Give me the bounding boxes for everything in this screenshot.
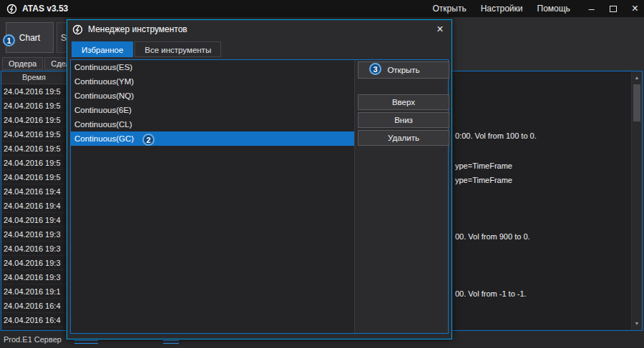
table-row[interactable]: 24.04.2016 19:4 xyxy=(1,199,67,213)
minimize-button[interactable]: – xyxy=(589,4,595,14)
instrument-item[interactable]: Continuous(NQ) xyxy=(71,89,354,103)
table-row[interactable]: 24.04.2016 19:3 xyxy=(1,242,67,256)
titlebar-menu: Открыть Настройки Помощь xyxy=(433,4,570,14)
dialog-title: Менеджер инструментов xyxy=(88,24,187,34)
instrument-item[interactable]: Continuous(YM) xyxy=(71,74,354,89)
instrument-manager-dialog: Менеджер инструментов × Избранное Все ин… xyxy=(67,19,452,339)
menu-open[interactable]: Открыть xyxy=(433,4,467,14)
log-line: ype=TimeFrame xyxy=(455,161,512,171)
maximize-icon xyxy=(610,6,617,12)
menu-help[interactable]: Помощь xyxy=(537,4,570,14)
table-row[interactable]: 24.04.2016 16:4 xyxy=(1,299,67,313)
log-line: 00. Vol from 900 to 0. xyxy=(455,232,530,242)
instrument-item[interactable]: Continuous(GC) xyxy=(71,131,354,146)
table-row[interactable]: 24.04.2016 19:5 xyxy=(1,127,67,141)
vertical-scrollbar[interactable]: ▲ ▼ xyxy=(631,71,642,330)
instrument-item[interactable]: Continuous(6E) xyxy=(71,103,354,117)
time-column-header[interactable]: Время xyxy=(1,71,67,84)
dialog-tabs: Избранное Все инструменты xyxy=(72,41,221,57)
scroll-thumb[interactable] xyxy=(633,84,640,121)
scroll-down-icon[interactable]: ▼ xyxy=(632,319,642,329)
panel-tabs: Ордера Сдел xyxy=(2,57,77,70)
log-line: 00. Vol from -1 to -1. xyxy=(455,289,527,299)
instrument-item[interactable]: Continuous(ES) xyxy=(71,60,354,74)
scroll-up-icon[interactable]: ▲ xyxy=(632,73,642,83)
close-button[interactable]: × xyxy=(632,4,638,14)
instrument-list: Continuous(ES)Continuous(YM)Continuous(N… xyxy=(71,60,355,333)
app-title: ATAS v3.53 xyxy=(22,4,68,14)
move-down-button[interactable]: Вниз xyxy=(358,112,449,128)
table-row[interactable]: 24.04.2016 19:3 xyxy=(1,256,67,270)
tab-partial-label: S xyxy=(61,33,67,43)
table-row[interactable]: 24.04.2016 19:4 xyxy=(1,184,67,199)
annotation-badge-2: 2 xyxy=(142,134,155,146)
tab-favorites[interactable]: Избранное xyxy=(72,41,133,57)
menu-settings[interactable]: Настройки xyxy=(481,4,523,14)
move-up-button[interactable]: Вверх xyxy=(358,94,449,110)
dialog-close-button[interactable]: × xyxy=(433,23,447,36)
annotation-badge-1: 1 xyxy=(3,34,15,46)
tab-orders[interactable]: Ордера xyxy=(2,57,43,70)
app-window: ATAS v3.53 Открыть Настройки Помощь – × … xyxy=(0,0,644,348)
delete-button[interactable]: Удалить xyxy=(358,130,449,146)
table-row[interactable]: 24.04.2016 19:5 xyxy=(1,99,67,113)
window-controls: – × xyxy=(589,4,638,14)
table-row[interactable]: 24.04.2016 19:5 xyxy=(1,156,67,170)
table-row[interactable]: 24.04.2016 19:1 xyxy=(1,284,67,299)
tab-chart-label: Chart xyxy=(19,33,40,43)
table-row[interactable]: 24.04.2016 19:5 xyxy=(1,113,67,127)
titlebar: ATAS v3.53 Открыть Настройки Помощь – × xyxy=(0,0,644,17)
maximize-button[interactable] xyxy=(610,4,617,14)
table-row[interactable]: 24.04.2016 19:5 xyxy=(1,170,67,184)
table-row[interactable]: 24.04.2016 16:4 xyxy=(1,313,67,327)
table-row[interactable]: 24.04.2016 19:3 xyxy=(1,270,67,284)
server-label: Prod.E1 Сервер xyxy=(4,335,62,344)
table-row[interactable]: 24.04.2016 19:4 xyxy=(1,213,67,227)
atas-logo-icon xyxy=(6,3,17,14)
table-row[interactable]: 24.04.2016 19:5 xyxy=(1,84,67,99)
dialog-content: Continuous(ES)Continuous(YM)Continuous(N… xyxy=(70,59,449,334)
log-line: 0:00. Vol from 100 to 0. xyxy=(455,131,537,141)
table-row[interactable]: 24.04.2016 19:5 xyxy=(1,141,67,156)
time-rows: 24.04.2016 19:524.04.2016 19:524.04.2016… xyxy=(1,84,67,327)
annotation-badge-3: 3 xyxy=(369,63,381,75)
dialog-titlebar[interactable]: Менеджер инструментов × xyxy=(67,20,452,39)
table-row[interactable]: 24.04.2016 19:3 xyxy=(1,227,67,242)
tab-all-instruments[interactable]: Все инструменты xyxy=(135,41,221,57)
instrument-item[interactable]: Continuous(CL) xyxy=(71,117,354,131)
log-line: ype=TimeFrame xyxy=(455,176,512,186)
atas-logo-icon xyxy=(72,24,83,35)
